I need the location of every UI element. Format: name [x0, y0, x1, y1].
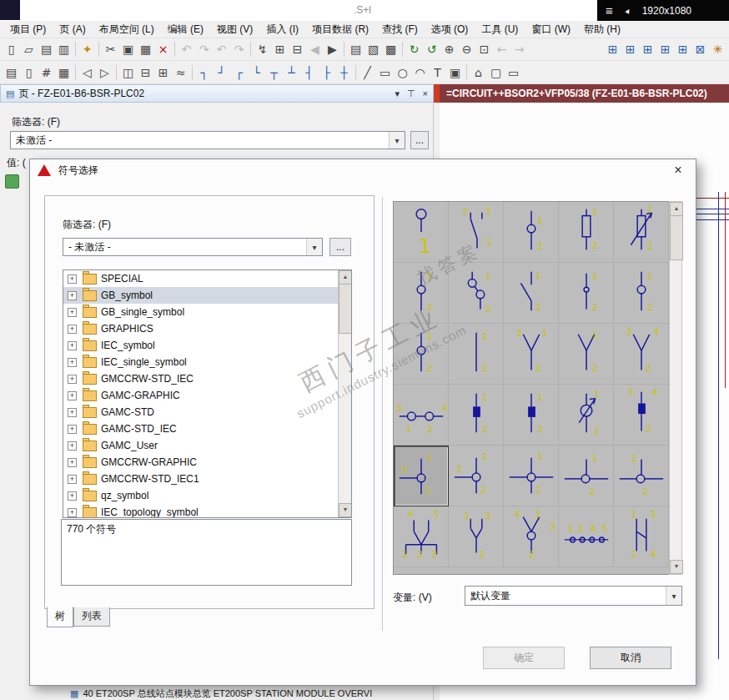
previous-device-icon[interactable]: ◁	[78, 64, 96, 82]
grid-size-a-icon[interactable]: ⊞	[621, 41, 639, 58]
expand-icon[interactable]: +	[68, 475, 77, 484]
menu-utilities[interactable]: 工具 (U)	[475, 21, 525, 38]
tree-item-GAMC-STD[interactable]: +GAMC-STD	[63, 404, 338, 421]
menu-window[interactable]: 窗口 (W)	[525, 21, 577, 38]
paste-icon[interactable]: ▦	[137, 41, 154, 58]
new-page-icon[interactable]: ▯	[3, 41, 20, 58]
text-tool-icon[interactable]: T	[429, 64, 446, 82]
device-box-icon[interactable]: ▢	[487, 64, 505, 82]
symbol-cell-18[interactable]: 12	[559, 385, 614, 446]
terminal-strip-icon[interactable]: ⊟	[137, 64, 154, 82]
line-tool-icon[interactable]: ╱	[359, 64, 376, 82]
next-device-icon[interactable]: ▷	[96, 64, 113, 82]
symbol-cell-0[interactable]: 1	[394, 202, 449, 263]
zoom-out-icon[interactable]: ⊖	[458, 41, 475, 58]
cut-icon[interactable]: ✂	[102, 41, 119, 58]
structure-box-icon[interactable]: ▭	[505, 64, 522, 82]
dialog-filter-combobox[interactable]: - 未激活 -	[63, 238, 323, 256]
symbol-cell-5[interactable]: 12	[394, 263, 449, 324]
menu-find[interactable]: 查找 (F)	[375, 21, 425, 38]
dialog-close-button[interactable]: ×	[668, 163, 688, 178]
symbol-cell-10[interactable]: 12	[394, 324, 449, 385]
grid-display-icon[interactable]: ⊞	[604, 41, 621, 58]
tree-item-GAMC-GRAPHIC[interactable]: +GAMC-GRAPHIC	[63, 387, 338, 404]
print-icon[interactable]: ▤	[38, 41, 55, 58]
tree-item-GRAPHICS[interactable]: +GRAPHICS	[63, 320, 338, 337]
scroll-down-icon[interactable]	[670, 560, 683, 574]
symbol-tree[interactable]: +SPECIAL+GB_symbol+GB_single_symbol+GRAP…	[63, 269, 352, 518]
tree-item-IEC_symbol[interactable]: +IEC_symbol	[63, 337, 338, 354]
panel-close-icon[interactable]: ×	[423, 88, 428, 99]
zoom-window-icon[interactable]: ⊡	[475, 41, 493, 58]
edit-properties-icon[interactable]: ▦	[55, 64, 73, 82]
symbol-cell-9[interactable]: 12	[614, 263, 669, 324]
symbol-cell-12[interactable]: 312	[504, 324, 559, 385]
expand-icon[interactable]: +	[68, 391, 77, 400]
page-numbering-icon[interactable]: #	[38, 64, 55, 82]
cable-navigator-icon[interactable]: ≈	[172, 64, 189, 82]
connection-corner-lu-icon[interactable]: ┘	[213, 64, 230, 82]
symbol-cell-20[interactable]: 132	[394, 446, 449, 506]
connection-t-up-icon[interactable]: ┴	[283, 64, 300, 82]
tree-item-GB_symbol[interactable]: +GB_symbol	[63, 287, 338, 304]
pages-filter-combobox[interactable]: 未激活 -	[10, 131, 405, 149]
connection-corner-ld-icon[interactable]: ┐	[195, 64, 213, 82]
page-list-item[interactable]: ▦ 40 ET200SP 总线站点模块总览 ET200SP STATION MO…	[70, 687, 372, 700]
symbol-cell-15[interactable]: 3412	[394, 385, 449, 446]
grid-scrollbar[interactable]	[669, 201, 682, 575]
symbol-cell-11[interactable]: 12	[449, 324, 504, 385]
expand-icon[interactable]: +	[68, 441, 77, 451]
tree-item-GMCCRW-GRAPHIC[interactable]: +GMCCRW-GRAPHIC	[63, 454, 338, 471]
menu-edit[interactable]: 编辑 (E)	[161, 21, 210, 38]
symbol-cell-4[interactable]: 12	[614, 202, 669, 263]
scroll-down-icon[interactable]	[339, 503, 352, 517]
symbol-select-icon[interactable]: ⌂	[470, 64, 487, 82]
print-preview-icon[interactable]: ▥	[55, 41, 73, 58]
menu-project-data[interactable]: 项目数据 (R)	[305, 21, 375, 38]
symbol-cell-1[interactable]: 231	[449, 202, 504, 263]
menu-options[interactable]: 选项 (O)	[425, 21, 475, 38]
symbol-cell-13[interactable]: 12	[559, 324, 614, 385]
tree-item-SPECIAL[interactable]: +SPECIAL	[63, 270, 338, 287]
settings-wrench-icon[interactable]: ✦	[78, 41, 96, 58]
tab-tree[interactable]: 树	[47, 607, 73, 627]
menu-project[interactable]: 项目 (P)	[3, 21, 53, 38]
connection-t-right-icon[interactable]: ├	[318, 64, 335, 82]
connection-corner-ru-icon[interactable]: └	[248, 64, 265, 82]
update-connections-icon[interactable]: ↺	[423, 41, 440, 58]
device-navigator-icon[interactable]: ◫	[119, 64, 137, 82]
arc-tool-icon[interactable]: ◠	[411, 64, 429, 82]
dialog-titlebar[interactable]: 符号选择 ×	[30, 159, 696, 181]
symbol-cell-16[interactable]: 12	[449, 385, 504, 446]
tree-item-GAMC_User[interactable]: +GAMC_User	[63, 437, 338, 454]
delete-icon[interactable]: ×	[154, 41, 172, 58]
copy-icon[interactable]: ▣	[119, 41, 137, 58]
expand-icon[interactable]: +	[68, 491, 77, 501]
scroll-thumb[interactable]	[670, 215, 683, 260]
symbol-cell-28[interactable]: 1245	[559, 506, 614, 567]
pages-panel-header[interactable]: ▤ 页 - FZ-E01-B6-BSR-PLC02 ▾ ⊤ ×	[0, 84, 434, 103]
expand-icon[interactable]: +	[68, 458, 77, 467]
tree-item-GAMC-STD_IEC[interactable]: +GAMC-STD_IEC	[63, 421, 338, 437]
menu-page[interactable]: 页 (A)	[53, 21, 92, 38]
symbol-cell-25[interactable]: 45123	[394, 506, 449, 567]
combo-arrow-icon[interactable]	[666, 587, 681, 605]
page-overview-icon[interactable]: ▩	[382, 41, 400, 58]
menu-insert[interactable]: 插入 (I)	[259, 21, 305, 38]
hamburger-menu-icon[interactable]: ≡	[606, 3, 613, 18]
scroll-up-icon[interactable]	[670, 202, 683, 216]
symbol-cell-29[interactable]: 1324	[614, 506, 669, 567]
expand-icon[interactable]: +	[68, 325, 77, 334]
tree-item-qz_symbol[interactable]: +qz_symbol	[63, 487, 338, 504]
expand-icon[interactable]: +	[68, 408, 77, 417]
symbol-cell-23[interactable]: 12	[559, 446, 614, 506]
scroll-thumb[interactable]	[339, 284, 352, 334]
dialog-filter-browse-button[interactable]: ...	[329, 238, 351, 256]
tree-scrollbar[interactable]	[338, 270, 351, 517]
tab-list[interactable]: 列表	[73, 607, 110, 627]
menu-layout-space[interactable]: 布局空间 (L)	[93, 21, 161, 38]
open-project-icon[interactable]: ▱	[20, 41, 38, 58]
connection-cross-icon[interactable]: ┼	[335, 64, 353, 82]
symbol-cell-8[interactable]: 12	[559, 263, 614, 324]
tree-item-IEC_single_symbol[interactable]: +IEC_single_symbol	[63, 354, 338, 370]
